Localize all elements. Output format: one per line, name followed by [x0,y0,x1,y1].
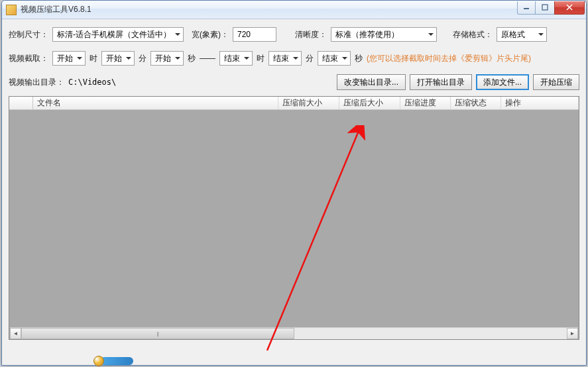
row-size: 控制尺寸： 标清-适合手机横屏（文件适中） 宽(象素)： 720 清晰度： 标准… [9,25,579,44]
start-hour-select[interactable]: 开始 [52,51,86,66]
unit-sec-2: 秒 [355,53,363,64]
grid-header: 文件名 压缩前大小 压缩后大小 压缩进度 压缩状态 操作 [9,97,579,110]
change-output-dir-button[interactable]: 改变输出目录... [337,74,406,90]
start-compress-button[interactable]: 开始压缩 [533,74,579,90]
format-select[interactable]: 原格式 [497,27,547,42]
unit-min-1: 分 [139,53,147,64]
width-input[interactable]: 720 [233,27,276,42]
main-window: 视频压缩工具V6.8.1 控制尺寸： 标清-适合手机横屏（文件适中） 宽(象素)… [1,0,587,366]
titlebar[interactable]: 视频压缩工具V6.8.1 [2,1,586,19]
grid-col-progress[interactable]: 压缩进度 [400,97,451,109]
start-sec-select[interactable]: 开始 [150,51,184,66]
status-bar [9,357,579,365]
row-output: 视频输出目录： C:\Videos\ 改变输出目录... 打开输出目录 添加文件… [9,72,579,92]
scroll-track[interactable] [21,328,567,339]
scroll-thumb[interactable] [21,328,294,339]
format-label: 存储格式： [453,29,493,40]
range-sep: —— [200,54,215,63]
app-icon [6,5,17,15]
trim-hint: (您可以选择截取时间去掉《爱剪辑》片头片尾) [367,53,531,64]
size-label: 控制尺寸： [9,29,48,40]
trim-label: 视频截取： [9,53,48,64]
file-grid[interactable]: 文件名 压缩前大小 压缩后大小 压缩进度 压缩状态 操作 ◄ ► [9,96,579,340]
grid-col-action[interactable]: 操作 [501,97,579,109]
unit-hour-2: 时 [257,53,265,64]
width-label: 宽(象素)： [192,29,229,40]
end-sec-select[interactable]: 结束 [318,51,351,66]
grid-hscrollbar[interactable]: ◄ ► [10,327,578,339]
grid-col-size-after[interactable]: 压缩后大小 [339,97,400,109]
open-output-dir-button[interactable]: 打开输出目录 [410,74,472,90]
close-button[interactable] [554,1,585,15]
grid-col-status[interactable]: 压缩状态 [451,97,501,109]
unit-hour-1: 时 [89,53,97,64]
grid-col-filename[interactable]: 文件名 [33,97,278,109]
window-title: 视频压缩工具V6.8.1 [21,4,517,15]
output-dir-path: C:\Videos\ [68,78,333,87]
add-file-button[interactable]: 添加文件... [476,74,529,90]
scroll-left-button[interactable]: ◄ [10,328,21,339]
end-hour-select[interactable]: 结束 [219,51,253,66]
grid-col-size-before[interactable]: 压缩前大小 [278,97,339,109]
scroll-right-button[interactable]: ► [567,328,578,339]
output-dir-label: 视频输出目录： [9,77,64,88]
clarity-label: 清晰度： [295,29,327,40]
maximize-button[interactable] [536,1,554,15]
minimize-button[interactable] [517,1,536,15]
unit-min-2: 分 [306,53,314,64]
svg-rect-1 [542,5,548,10]
row-trim: 视频截取： 开始 时 开始 分 开始 秒 —— 结束 时 结束 分 结束 秒 (… [9,48,579,68]
unit-sec-1: 秒 [188,53,196,64]
start-min-select[interactable]: 开始 [101,51,135,66]
qq-status-icon [100,357,133,365]
clarity-select[interactable]: 标准（推荐使用） [331,27,437,42]
window-controls [517,1,585,15]
size-preset-select[interactable]: 标清-适合手机横屏（文件适中） [52,27,184,42]
end-min-select[interactable]: 结束 [268,51,302,66]
client-area: 控制尺寸： 标清-适合手机横屏（文件适中） 宽(象素)： 720 清晰度： 标准… [2,19,586,365]
grid-col-rowheader[interactable] [9,97,33,109]
